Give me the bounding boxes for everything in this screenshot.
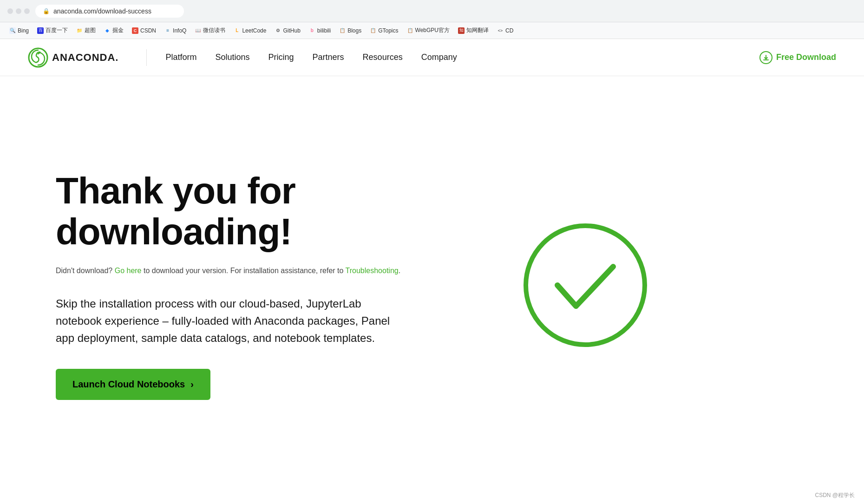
navbar-actions: Free Download bbox=[759, 51, 836, 64]
gtopics-icon: 📋 bbox=[370, 27, 376, 34]
zhiwang-icon: 知 bbox=[458, 27, 465, 34]
bookmark-gtopics-label: GTopics bbox=[378, 27, 398, 34]
bilibili-icon: b bbox=[309, 27, 315, 34]
blogs-icon: 📋 bbox=[339, 27, 346, 34]
success-checkmark bbox=[520, 220, 650, 350]
bookmark-gtopics[interactable]: 📋 GTopics bbox=[366, 26, 402, 36]
free-download-label: Free Download bbox=[776, 52, 836, 62]
launch-cloud-notebooks-button[interactable]: Launch Cloud Notebooks › bbox=[56, 369, 210, 400]
free-download-button[interactable]: Free Download bbox=[759, 51, 836, 64]
subtitle-suffix: . bbox=[399, 267, 400, 275]
infoq-icon: ≡ bbox=[164, 27, 171, 34]
bookmark-weixin[interactable]: 📖 微信读书 bbox=[191, 25, 229, 36]
nav-pricing[interactable]: Pricing bbox=[268, 52, 294, 62]
bookmark-csdn-label: CSDN bbox=[140, 27, 156, 34]
anaconda-logo-icon bbox=[28, 47, 48, 68]
leetcode-icon: L bbox=[234, 27, 240, 34]
bookmark-bing-label: Bing bbox=[18, 27, 29, 34]
subtitle-paragraph: Didn't download? Go here to download you… bbox=[56, 265, 474, 276]
bookmark-leetcode[interactable]: L LeetCode bbox=[230, 26, 270, 36]
bookmark-github-label: GitHub bbox=[283, 27, 300, 34]
csdn-icon: C bbox=[132, 27, 138, 34]
bookmark-weixin-label: 微信读书 bbox=[203, 26, 225, 34]
nav-platform[interactable]: Platform bbox=[165, 52, 196, 62]
bookmark-baidu-label: 百度一下 bbox=[46, 26, 68, 34]
bookmarks-bar: 🔍 Bing 百 百度一下 📁 超图 ◆ 掘金 C CSDN ≡ InfoQ 📖… bbox=[0, 22, 864, 39]
close-dot bbox=[7, 8, 13, 14]
launch-btn-label: Launch Cloud Notebooks bbox=[72, 379, 185, 390]
bookmark-cd[interactable]: <> CD bbox=[493, 26, 517, 36]
bookmark-infoq[interactable]: ≡ InfoQ bbox=[161, 26, 190, 36]
browser-bar: 🔒 anaconda.com/download-success bbox=[0, 0, 864, 22]
bookmark-cd-label: CD bbox=[505, 27, 513, 34]
svg-point-1 bbox=[526, 226, 645, 345]
bookmark-juejin-label: 掘金 bbox=[112, 26, 124, 34]
lock-icon: 🔒 bbox=[43, 8, 50, 14]
logo-text: ANACONDA. bbox=[52, 52, 118, 64]
browser-window-controls bbox=[7, 8, 30, 14]
bookmark-webgpu[interactable]: 📋 WebGPU官方 bbox=[403, 25, 453, 36]
cd-icon: <> bbox=[497, 27, 504, 34]
bookmark-zhiwang[interactable]: 知 知网翻译 bbox=[454, 25, 492, 36]
troubleshooting-link[interactable]: Troubleshooting bbox=[346, 267, 399, 275]
webgpu-icon: 📋 bbox=[407, 27, 413, 34]
bookmark-webgpu-label: WebGPU官方 bbox=[415, 26, 450, 34]
navbar: ANACONDA. Platform Solutions Pricing Par… bbox=[0, 39, 864, 76]
bookmark-bilibili[interactable]: b bilibili bbox=[305, 26, 334, 36]
description-text: Skip the installation process with our c… bbox=[56, 295, 409, 347]
footer-note: CSDN @程学长 bbox=[815, 491, 855, 499]
download-icon bbox=[759, 51, 772, 64]
subtitle-middle: to download your version. For installati… bbox=[142, 267, 344, 275]
download-arrow-icon bbox=[763, 54, 769, 61]
heading-line1: Thank you for bbox=[56, 170, 295, 211]
nav-solutions[interactable]: Solutions bbox=[215, 52, 249, 62]
nav-resources[interactable]: Resources bbox=[363, 52, 403, 62]
url-bar[interactable]: 🔒 anaconda.com/download-success bbox=[35, 5, 184, 18]
juejin-icon: ◆ bbox=[104, 27, 111, 34]
bookmark-blogs[interactable]: 📋 Blogs bbox=[335, 26, 365, 36]
bookmark-baidu[interactable]: 百 百度一下 bbox=[33, 25, 72, 36]
thank-you-heading: Thank you for downloading! bbox=[56, 170, 474, 252]
bookmark-chaotu[interactable]: 📁 超图 bbox=[72, 25, 99, 36]
nav-company[interactable]: Company bbox=[421, 52, 457, 62]
bookmark-leetcode-label: LeetCode bbox=[242, 27, 266, 34]
bookmark-bing[interactable]: 🔍 Bing bbox=[6, 26, 33, 36]
github-icon: ⚙ bbox=[275, 27, 281, 34]
baidu-icon: 百 bbox=[37, 27, 44, 34]
chevron-right-icon: › bbox=[190, 379, 194, 390]
go-here-link[interactable]: Go here bbox=[115, 267, 142, 275]
bookmark-csdn[interactable]: C CSDN bbox=[128, 26, 160, 36]
bookmark-juejin[interactable]: ◆ 掘金 bbox=[100, 25, 127, 36]
weixin-icon: 📖 bbox=[195, 27, 201, 34]
bookmark-infoq-label: InfoQ bbox=[173, 27, 186, 34]
url-text: anaconda.com/download-success bbox=[53, 7, 151, 15]
bookmark-zhiwang-label: 知网翻译 bbox=[466, 26, 489, 34]
content-right bbox=[474, 220, 650, 350]
heading-line2: downloading! bbox=[56, 211, 292, 252]
logo[interactable]: ANACONDA. bbox=[28, 47, 118, 68]
main-content: Thank you for downloading! Didn't downlo… bbox=[0, 76, 864, 494]
minimize-dot bbox=[16, 8, 21, 14]
bookmark-blogs-label: Blogs bbox=[347, 27, 361, 34]
bookmark-github[interactable]: ⚙ GitHub bbox=[271, 26, 304, 36]
chaotu-icon: 📁 bbox=[76, 27, 83, 34]
navbar-links: Platform Solutions Pricing Partners Reso… bbox=[165, 52, 759, 62]
maximize-dot bbox=[24, 8, 30, 14]
bing-icon: 🔍 bbox=[9, 27, 16, 34]
bookmark-bilibili-label: bilibili bbox=[317, 27, 331, 34]
bookmark-chaotu-label: 超图 bbox=[85, 26, 96, 34]
navbar-divider bbox=[146, 49, 147, 66]
subtitle-prefix: Didn't download? bbox=[56, 267, 112, 275]
content-left: Thank you for downloading! Didn't downlo… bbox=[56, 170, 474, 400]
nav-partners[interactable]: Partners bbox=[313, 52, 344, 62]
